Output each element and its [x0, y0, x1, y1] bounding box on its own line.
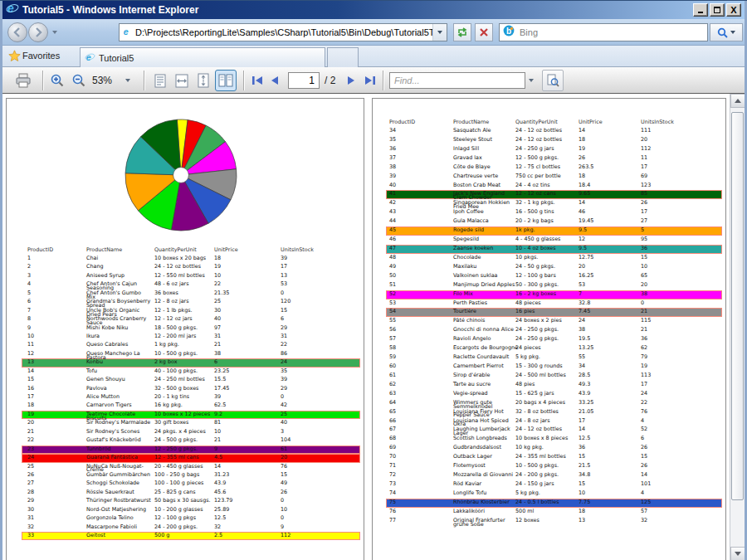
address-input[interactable] [135, 27, 432, 37]
find-dropdown-icon[interactable] [529, 79, 534, 82]
table-cell: 63 [389, 392, 396, 396]
table-row: 48Chocolade10 pkgs.12.7515 [373, 254, 725, 263]
vertical-scrollbar[interactable] [730, 94, 745, 560]
address-bar[interactable]: e [119, 23, 447, 41]
table-cell: 54 [389, 309, 396, 314]
print-button[interactable] [14, 72, 32, 89]
table-cell: 16 - 2 kg boxes [515, 292, 556, 296]
table-cell: 79 [641, 355, 647, 359]
search-options-dropdown-icon[interactable] [730, 31, 735, 34]
table-cell: 44 [389, 219, 396, 223]
table-cell: 40 [389, 183, 396, 187]
table-cell: 65 [389, 410, 396, 414]
forward-button[interactable] [28, 22, 48, 42]
zoom-in-button[interactable] [49, 72, 66, 89]
table-cell: Mishi Kobe Niku [86, 326, 152, 330]
table-cell: 14 [579, 129, 585, 133]
table-cell: 57 [641, 509, 647, 514]
table-row: 35Steeleye Stout24 - 12 oz bottles1820 [373, 136, 725, 145]
find-input[interactable] [389, 72, 525, 89]
first-page-button[interactable] [250, 74, 265, 87]
table-cell: 10 boxes x 8 pieces [515, 436, 568, 441]
whole-page-view-button[interactable] [150, 71, 170, 90]
recent-pages-dropdown-icon[interactable] [52, 31, 57, 34]
table-cell: 12 - 355 ml cans [154, 455, 199, 460]
ie-logo-icon: e [6, 2, 19, 18]
table-cell: Perth Pasties [453, 301, 519, 305]
table-cell: 12 boxes [515, 519, 540, 523]
table-cell: 75 [389, 500, 396, 504]
table-row: 22Gustaf's Knäckebröd24 - 500 g pkgs.211… [7, 436, 364, 445]
table-cell: 5 kg pkg. [515, 355, 540, 359]
table-cell: Chang [86, 265, 152, 269]
last-page-button[interactable] [363, 74, 378, 87]
table-cell: Queso Cabrales [86, 343, 152, 347]
table-cell: 14 [579, 201, 585, 205]
favorites-star-icon[interactable] [8, 50, 21, 66]
table-row: 11Queso Cabrales1 kg pkg.2122 [7, 341, 364, 349]
table-cell: 26 [281, 490, 287, 494]
tab-title: Tutorial5 [99, 53, 134, 63]
table-cell: Guaraná Fantástica [86, 455, 152, 460]
table-cell: 24 - 500 g pkgs. [154, 438, 198, 442]
table-cell: 34 [389, 129, 396, 133]
refresh-button[interactable] [453, 23, 471, 41]
search-input[interactable] [518, 27, 707, 38]
favorites-label[interactable]: Favorites [22, 51, 60, 61]
table-cell: 18 [579, 138, 585, 142]
find-next-button[interactable] [542, 70, 564, 91]
maximize-button[interactable] [710, 3, 725, 17]
table-cell: Côte de Blaye [453, 165, 519, 169]
zoom-out-button[interactable] [71, 72, 87, 89]
table-cell: Longlife Tofu [453, 491, 519, 495]
table-cell: 0 [281, 516, 284, 520]
table-cell: 4 [27, 282, 31, 286]
table-cell: 53 [579, 283, 585, 287]
page-height-view-button[interactable] [193, 71, 213, 90]
table-cell: 37 [389, 156, 396, 160]
table-row: 47Zaanse koeken10 - 4 oz boxes9.536 [373, 245, 725, 254]
new-tab-stub[interactable] [327, 47, 359, 67]
table-cell: Boston Crab Meat [453, 183, 519, 187]
table-cell: 76 [281, 465, 287, 469]
table-cell: 19 [214, 265, 221, 269]
tab-tutorial5[interactable]: e Tutorial5 [80, 47, 325, 67]
two-page-view-button[interactable] [215, 70, 237, 91]
scroll-up-button[interactable] [730, 94, 745, 108]
scroll-down-button[interactable] [730, 547, 745, 560]
table-cell: Aniseed Syrup [86, 274, 152, 278]
table-cell: 62 [389, 382, 396, 387]
table-cell: 5 [27, 291, 31, 295]
page-number-input[interactable] [288, 72, 320, 89]
table-cell: 36 [389, 147, 396, 151]
table-row: 27Schoggi Schokolade100 - 100 g pieces43… [7, 480, 364, 488]
table-row: 33Geitost500 g2.5112 [7, 532, 364, 540]
table-cell: 7.75 [579, 500, 590, 504]
next-page-button[interactable] [344, 74, 358, 87]
table-cell: 39 [281, 377, 287, 382]
search-box[interactable]: b [499, 23, 708, 41]
table-cell: 18 [214, 256, 221, 261]
back-button[interactable] [7, 22, 27, 42]
table-row: 21Sir Rodney's Scones24 pkgs. x 4 pieces… [7, 428, 364, 436]
table-cell: 115 [641, 319, 651, 323]
search-button[interactable] [710, 23, 743, 41]
table-cell: 5 [641, 228, 644, 232]
table-cell: 100 - 100 g pieces [154, 481, 203, 485]
table-row: 6Grandma's Boysenberry Spread12 - 8 oz j… [7, 298, 364, 306]
table-cell: 20 - 1 kg tins [154, 395, 189, 399]
previous-page-button[interactable] [268, 74, 281, 87]
page-width-view-button[interactable] [172, 71, 192, 90]
table-cell: 125 [641, 500, 651, 504]
minimize-button[interactable] [693, 3, 708, 17]
table-cell: 34 [579, 364, 585, 368]
table-cell: 31 [281, 334, 287, 338]
table-cell: Tunnbröd [86, 447, 152, 451]
close-button[interactable]: X [726, 3, 741, 17]
zoom-dropdown-icon[interactable] [125, 79, 130, 82]
stop-button[interactable] [475, 23, 493, 41]
scrollbar-thumb[interactable] [731, 112, 744, 500]
address-dropdown-icon[interactable] [432, 24, 447, 41]
table-row: 40Boston Crab Meat24 - 4 oz tins18.4123 [373, 182, 725, 191]
table-cell: 48 pieces [515, 301, 541, 305]
